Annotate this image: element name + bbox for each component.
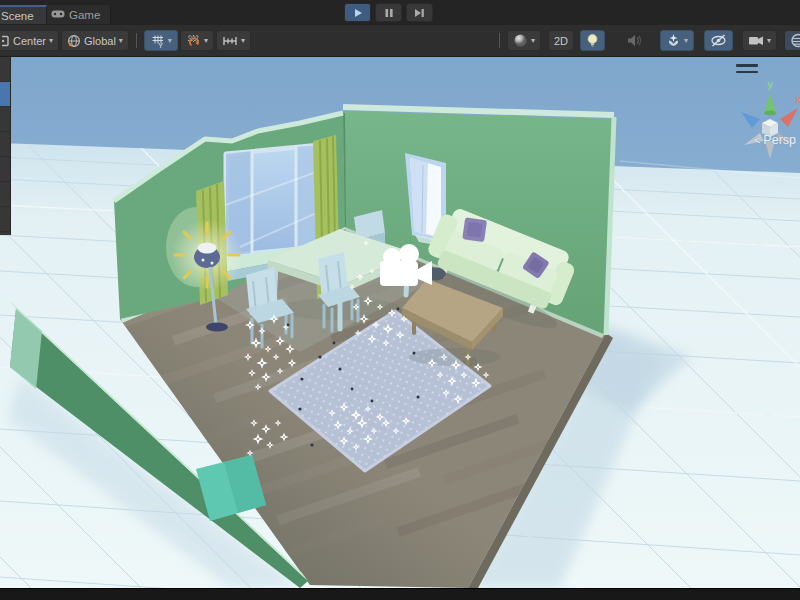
effects-icon — [666, 33, 681, 48]
toggle-2d[interactable]: 2D — [548, 30, 574, 51]
lightbulb-icon — [586, 33, 599, 48]
bottom-panel-edge — [0, 588, 800, 600]
tools-overlay-strip — [0, 57, 11, 235]
scene-viewport[interactable]: y z x < Persp — [0, 57, 800, 588]
play-button[interactable] — [344, 3, 371, 22]
pivot-icon — [2, 35, 10, 47]
scene-visibility-toggle[interactable] — [704, 30, 733, 51]
tab-scene[interactable]: Scene — [0, 5, 47, 24]
tool-handle-pivot-dropdown[interactable]: Center ▾ — [0, 30, 59, 51]
tool-button[interactable] — [0, 182, 10, 207]
projection-label: Persp — [763, 133, 796, 147]
snap-increment-button[interactable]: ▾ — [180, 30, 214, 51]
chevron-down-icon: ▾ — [168, 37, 172, 45]
camera-view-dropdown[interactable]: ▾ — [742, 30, 777, 51]
projection-toggle[interactable]: < Persp — [754, 133, 796, 147]
chevron-left-icon: < — [754, 134, 760, 146]
axis-gizmo[interactable]: y z x — [732, 75, 800, 167]
unity-editor-window: Scene Game Center ▾ — [0, 0, 800, 600]
tool-handle-orientation-dropdown[interactable]: Global ▾ — [61, 30, 129, 51]
hamburger-icon[interactable] — [736, 64, 758, 73]
axis-x-cone[interactable] — [780, 108, 798, 127]
grid-visibility-toggle[interactable]: Y ▾ — [144, 30, 178, 51]
pivot-label: Center — [13, 35, 46, 47]
tool-button-selected[interactable] — [0, 82, 10, 107]
camera-icon — [748, 34, 764, 47]
pause-icon — [384, 8, 394, 18]
axis-y-cone[interactable] — [764, 93, 776, 113]
gamepad-icon — [51, 9, 65, 21]
grid-y-icon: Y — [150, 33, 165, 48]
toolbar-separator — [136, 33, 137, 48]
chevron-down-icon: ▾ — [204, 37, 208, 45]
snap-settings-button[interactable]: ▾ — [216, 30, 251, 51]
scene-audio-toggle[interactable] — [620, 30, 648, 51]
toolbar-separator — [499, 33, 500, 48]
globe-lines-icon — [790, 33, 800, 48]
tool-button[interactable] — [0, 107, 10, 132]
svg-text:Y: Y — [158, 42, 163, 49]
pillow — [462, 217, 487, 242]
tool-button[interactable] — [0, 157, 10, 182]
globe-icon — [67, 34, 81, 48]
edge-cut-button[interactable] — [784, 30, 800, 51]
chevron-down-icon: ▾ — [531, 37, 535, 45]
grid-snap-icon — [186, 33, 201, 48]
chevron-down-icon: ▾ — [241, 37, 245, 45]
play-icon — [353, 8, 363, 18]
tab-bar: Scene Game — [0, 0, 800, 24]
orientation-label: Global — [84, 35, 116, 47]
tool-button[interactable] — [0, 57, 10, 82]
toolbar-right-group: ▾ 2D — [493, 30, 800, 51]
step-button[interactable] — [406, 3, 433, 22]
axis-z-cone[interactable] — [741, 112, 760, 128]
axis-z-label: z — [736, 99, 742, 111]
tab-game-label: Game — [69, 9, 100, 21]
chevron-down-icon: ▾ — [119, 37, 123, 45]
shaded-sphere-icon — [513, 33, 528, 48]
axis-y-label: y — [767, 78, 774, 90]
chevron-down-icon: ▾ — [49, 37, 53, 45]
tool-button[interactable] — [0, 207, 10, 232]
ruler-icon — [222, 34, 238, 48]
2d-label: 2D — [554, 35, 568, 47]
chevron-down-icon: ▾ — [767, 37, 771, 45]
tab-scene-label: Scene — [1, 10, 34, 22]
chevron-down-icon: ▾ — [684, 37, 688, 45]
axis-x-label: x — [795, 93, 800, 105]
pause-button[interactable] — [375, 3, 402, 22]
effects-dropdown[interactable]: ▾ — [660, 30, 694, 51]
play-controls — [344, 3, 433, 22]
tool-button[interactable] — [0, 132, 10, 157]
scene-lighting-toggle[interactable] — [580, 30, 605, 51]
scene-canvas[interactable] — [0, 57, 800, 588]
tab-game[interactable]: Game — [47, 5, 111, 24]
eye-slash-icon — [710, 33, 727, 48]
draw-mode-dropdown[interactable]: ▾ — [507, 30, 541, 51]
speaker-icon — [626, 34, 642, 47]
scene-toolbar: Center ▾ Global ▾ Y ▾ — [0, 24, 800, 57]
step-icon — [414, 8, 425, 18]
